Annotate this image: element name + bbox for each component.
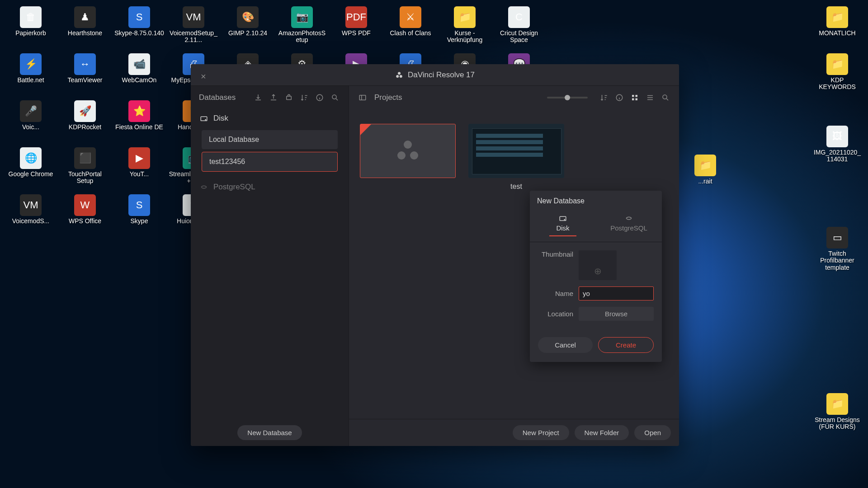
app-icon: ⬛: [74, 147, 96, 169]
desktop-icon[interactable]: 📁Stream Designs (FÜR KURS): [810, 390, 864, 437]
desktop-icon[interactable]: ▭Twitch Profilbanner template: [810, 224, 864, 271]
sort-icon[interactable]: [599, 92, 609, 103]
desktop-icon[interactable]: 📹WebCamOn: [112, 51, 166, 98]
svg-point-1: [396, 75, 399, 78]
desktop-icon[interactable]: ♟Hearthstone: [58, 4, 112, 51]
desktop-icon[interactable]: ⚡Battle.net: [4, 51, 58, 98]
desktop-icon-label: Clash of Clans: [390, 30, 431, 37]
desktop-icon[interactable]: PDFWPS PDF: [329, 4, 383, 51]
desktop-icon[interactable]: VMVoicemodSetup_2.11...: [166, 4, 221, 51]
list-view-icon[interactable]: [645, 92, 656, 103]
window-titlebar[interactable]: × DaVinci Resolve 17: [191, 64, 679, 86]
desktop-icon-label: YouT...: [130, 171, 149, 178]
desktop-icon[interactable]: ⚔Clash of Clans: [383, 4, 438, 51]
desktop-icon[interactable]: ⬛TouchPortal Setup: [58, 145, 112, 192]
desktop-icon[interactable]: CCricut Design Space: [492, 4, 546, 51]
desktop-icon[interactable]: ↔TeamViewer: [58, 51, 112, 98]
new-project-button[interactable]: New Project: [513, 425, 569, 440]
desktop-icon[interactable]: ⭐Fiesta Online DE: [112, 98, 166, 145]
app-icon: ♟: [74, 6, 96, 28]
database-item[interactable]: test123456: [202, 152, 338, 172]
desktop-icon[interactable]: 🎨GIMP 2.10.24: [221, 4, 275, 51]
name-label: Name: [538, 290, 573, 297]
svg-point-0: [398, 72, 401, 75]
db-import-icon[interactable]: [253, 92, 264, 103]
app-icon: 📹: [128, 53, 150, 75]
search-icon[interactable]: [330, 92, 340, 103]
postgres-icon: [625, 214, 633, 222]
app-icon: ⚡: [20, 53, 42, 75]
info-icon[interactable]: [314, 92, 325, 103]
create-button[interactable]: Create: [598, 337, 654, 353]
desktop-icon[interactable]: 📁Kurse - Verknüpfung: [438, 4, 492, 51]
desktop-icon-label: Cricut Design Space: [494, 30, 544, 44]
search-icon[interactable]: [660, 92, 671, 103]
project-card-untitled[interactable]: [360, 124, 456, 404]
folder-icon: 📁: [694, 155, 716, 176]
thumbnail-picker[interactable]: ⊕: [579, 250, 617, 280]
desktop-icon[interactable]: 📁MONATLICH: [810, 4, 864, 51]
desktop-icon[interactable]: 🗑Papierkorb: [4, 4, 58, 51]
postgres-icon: [200, 183, 208, 191]
app-icon: 📁: [454, 6, 476, 28]
new-folder-button[interactable]: New Folder: [575, 425, 629, 440]
desktop-icon-partial[interactable]: 📁 ...rait: [678, 152, 732, 199]
window-title-text: DaVinci Resolve 17: [408, 70, 475, 80]
disk-group-header[interactable]: Disk: [196, 109, 343, 127]
desktop-icon[interactable]: 🎤Voic...: [4, 98, 58, 145]
svg-rect-12: [632, 99, 634, 101]
desktop-icon[interactable]: 📷AmazonPhotosSetup: [275, 4, 329, 51]
app-icon: W: [74, 194, 96, 216]
app-icon: VM: [183, 6, 204, 28]
new-database-button[interactable]: New Database: [237, 425, 302, 440]
browse-button[interactable]: Browse: [579, 307, 654, 321]
desktop-icon[interactable]: SSkype: [112, 192, 166, 239]
davinci-logo-icon: [395, 71, 403, 79]
project-thumbnail[interactable]: [468, 124, 564, 178]
desktop-icon[interactable]: 🖼IMG_20211020_114031: [810, 123, 864, 170]
sort-icon[interactable]: [299, 92, 310, 103]
desktop-icon[interactable]: ▶YouT...: [112, 145, 166, 192]
app-icon: VM: [20, 194, 42, 216]
name-input[interactable]: [579, 286, 654, 300]
svg-point-16: [564, 219, 565, 220]
desktop-icon-label: Skype: [131, 218, 148, 225]
desktop-icon-label: VoicemodS...: [12, 218, 50, 225]
db-export-icon[interactable]: [268, 92, 279, 103]
desktop-icon-label: TouchPortal Setup: [60, 171, 110, 185]
databases-label: Databases: [199, 93, 236, 102]
app-icon: ▭: [826, 227, 848, 249]
databases-panel: Databases Disk Local Databasetest123456 …: [191, 86, 349, 446]
grid-view-icon[interactable]: [629, 92, 640, 103]
open-button[interactable]: Open: [634, 425, 671, 440]
davinci-placeholder-icon: [397, 141, 418, 161]
app-icon: 🚀: [74, 100, 96, 122]
app-icon: 📁: [826, 6, 848, 28]
disk-icon: [559, 214, 567, 222]
desktop-icon-label: Battle.net: [17, 77, 44, 84]
db-link-icon[interactable]: [283, 92, 294, 103]
desktop-icon-label: Papierkorb: [15, 30, 46, 37]
close-icon[interactable]: ×: [201, 71, 207, 78]
desktop-icon-label: VoicemodSetup_2.11...: [169, 30, 218, 44]
desktop-icon[interactable]: VMVoicemodS...: [4, 192, 58, 239]
sidebar-toggle-icon[interactable]: [357, 92, 368, 103]
database-item[interactable]: Local Database: [202, 130, 338, 149]
desktop-icon-label: ...rait: [698, 178, 712, 185]
cancel-button[interactable]: Cancel: [538, 337, 593, 353]
project-thumbnail[interactable]: [360, 124, 456, 178]
desktop-icon[interactable]: SSkype-8.75.0.140: [112, 4, 166, 51]
app-icon: ▶: [128, 147, 150, 169]
desktop-icon[interactable]: WWPS Office: [58, 192, 112, 239]
app-icon: 📁: [826, 53, 848, 75]
projects-header: Projects: [349, 86, 679, 109]
postgres-group-header[interactable]: PostgreSQL: [196, 178, 343, 196]
desktop-icon[interactable]: 🌐Google Chrome: [4, 145, 58, 192]
disk-group-label: Disk: [213, 114, 228, 123]
tab-disk[interactable]: Disk: [530, 210, 596, 242]
desktop-icon[interactable]: 🚀KDPRocket: [58, 98, 112, 145]
desktop-icon[interactable]: 📁KDP KEYWORDS: [810, 51, 864, 98]
tab-postgresql[interactable]: PostgreSQL: [596, 210, 662, 242]
info-icon[interactable]: [614, 92, 625, 103]
zoom-slider[interactable]: [547, 97, 588, 99]
